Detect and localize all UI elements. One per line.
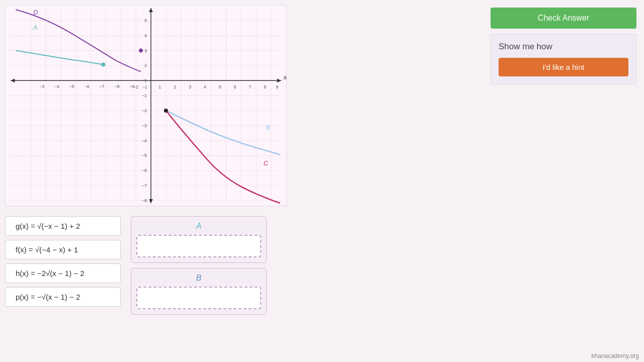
svg-text:4: 4 (144, 33, 147, 38)
svg-text:5: 5 (144, 18, 147, 23)
svg-text:−6: −6 (142, 168, 147, 173)
drop-zone-a-label: A (136, 222, 261, 231)
bottom-section: g(x) = √(−x − 1) + 2 f(x) = √(−4 − x) + … (5, 211, 478, 320)
drop-zone-b[interactable]: B (131, 268, 267, 315)
svg-text:8: 8 (264, 84, 266, 89)
graph-container: x −9 −8 −7 −6 −5 −4 −3 −2 −1 1 2 3 4 5 (5, 5, 287, 206)
watermark: khanacademy.org (592, 352, 639, 359)
function-g-formula: g(x) = √(−x − 1) + 2 (16, 222, 80, 230)
drop-zone-b-label: B (136, 274, 261, 283)
svg-text:2: 2 (144, 63, 147, 68)
svg-text:−3: −3 (142, 123, 147, 128)
svg-text:−4: −4 (142, 138, 147, 143)
function-p-formula: p(x) = −√(x − 1) − 2 (16, 293, 80, 301)
svg-text:B: B (266, 124, 271, 131)
function-h-formula: h(x) = −2√(x − 1) − 2 (16, 269, 85, 278)
drop-zone-a[interactable]: A (131, 216, 267, 263)
check-answer-button[interactable]: Check Answer (491, 8, 636, 29)
svg-text:7: 7 (249, 84, 251, 89)
function-card-g[interactable]: g(x) = √(−x − 1) + 2 (5, 216, 121, 236)
svg-text:C: C (264, 159, 269, 167)
right-panel: Check Answer Show me how I'd like a hint (483, 0, 644, 362)
svg-point-71 (101, 62, 105, 66)
svg-text:6: 6 (234, 84, 236, 89)
function-card-h[interactable]: h(x) = −2√(x − 1) − 2 (5, 263, 121, 283)
function-card-f[interactable]: f(x) = √(−4 − x) + 1 (5, 240, 121, 259)
function-cards: g(x) = √(−x − 1) + 2 f(x) = √(−4 − x) + … (5, 216, 121, 315)
svg-text:−2: −2 (133, 84, 138, 89)
hint-button[interactable]: I'd like a hint (499, 58, 628, 76)
svg-text:−4: −4 (54, 84, 59, 89)
function-card-p[interactable]: p(x) = −√(x − 1) − 2 (5, 287, 121, 307)
svg-text:−1: −1 (142, 84, 147, 89)
show-me-how-box: Show me how I'd like a hint (491, 34, 636, 84)
svg-point-75 (139, 49, 143, 53)
svg-point-74 (164, 109, 168, 113)
svg-text:3: 3 (189, 84, 191, 89)
svg-text:D: D (33, 9, 38, 16)
svg-text:1: 1 (144, 78, 147, 83)
svg-text:−2: −2 (142, 108, 147, 113)
svg-text:−1: −1 (142, 93, 147, 98)
svg-text:−8: −8 (142, 198, 147, 203)
show-me-how-title: Show me how (499, 42, 628, 52)
svg-text:x: x (283, 73, 286, 81)
svg-text:5: 5 (219, 84, 221, 89)
svg-text:A: A (33, 24, 38, 31)
svg-text:−8: −8 (114, 84, 119, 89)
drop-zones: A B (131, 216, 267, 315)
svg-text:4: 4 (204, 84, 206, 89)
svg-text:−3: −3 (39, 84, 44, 89)
svg-text:1: 1 (158, 84, 161, 89)
svg-text:−6: −6 (84, 84, 89, 89)
svg-text:−7: −7 (99, 84, 104, 89)
svg-text:9: 9 (276, 84, 278, 89)
graph-svg: x −9 −8 −7 −6 −5 −4 −3 −2 −1 1 2 3 4 5 (6, 6, 286, 206)
svg-text:3: 3 (144, 48, 147, 53)
svg-text:−7: −7 (142, 183, 147, 188)
svg-text:2: 2 (174, 84, 176, 89)
svg-text:−5: −5 (142, 153, 147, 158)
drop-zone-a-inner[interactable] (136, 235, 261, 257)
function-f-formula: f(x) = √(−4 − x) + 1 (16, 245, 78, 254)
drop-zone-b-inner[interactable] (136, 287, 261, 309)
svg-text:−5: −5 (69, 84, 74, 89)
